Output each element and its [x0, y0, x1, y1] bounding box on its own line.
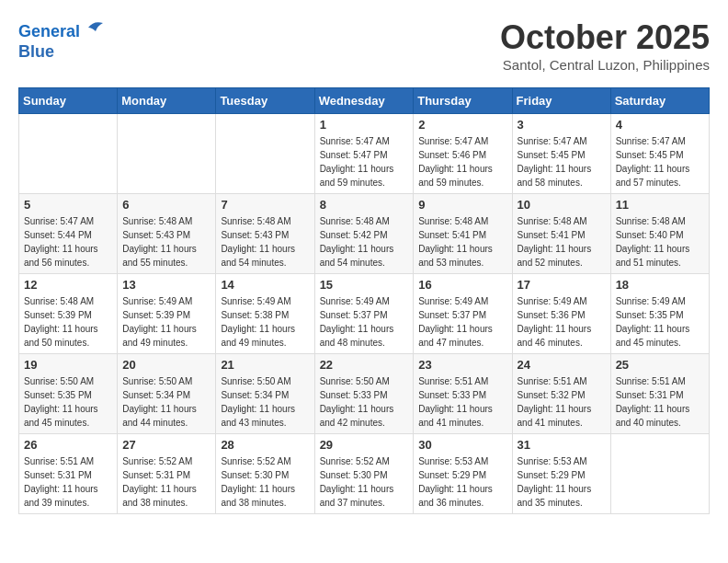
weekday-header-monday: Monday: [118, 88, 216, 114]
calendar-cell: 24Sunrise: 5:51 AMSunset: 5:32 PMDayligh…: [512, 354, 610, 434]
calendar-cell: 13Sunrise: 5:49 AMSunset: 5:39 PMDayligh…: [118, 274, 216, 354]
calendar-cell: 10Sunrise: 5:48 AMSunset: 5:41 PMDayligh…: [512, 194, 610, 274]
day-number: 15: [320, 278, 409, 292]
logo-blue: Blue: [18, 42, 54, 61]
calendar-cell: 4Sunrise: 5:47 AMSunset: 5:45 PMDaylight…: [610, 114, 709, 194]
day-info: Sunrise: 5:53 AMSunset: 5:29 PMDaylight:…: [418, 454, 506, 510]
day-info: Sunrise: 5:50 AMSunset: 5:34 PMDaylight:…: [221, 374, 309, 430]
weekday-header-sunday: Sunday: [19, 88, 118, 114]
logo-bird-icon: [86, 18, 105, 37]
day-info: Sunrise: 5:53 AMSunset: 5:29 PMDaylight:…: [518, 454, 606, 510]
calendar-body: 1Sunrise: 5:47 AMSunset: 5:47 PMDaylight…: [19, 114, 710, 514]
calendar-cell: [19, 114, 118, 194]
calendar-week-row: 26Sunrise: 5:51 AMSunset: 5:31 PMDayligh…: [19, 434, 710, 514]
day-number: 8: [320, 198, 409, 212]
calendar-week-row: 12Sunrise: 5:48 AMSunset: 5:39 PMDayligh…: [19, 274, 710, 354]
calendar-week-row: 19Sunrise: 5:50 AMSunset: 5:35 PMDayligh…: [19, 354, 710, 434]
weekday-header-row: SundayMondayTuesdayWednesdayThursdayFrid…: [19, 88, 710, 114]
calendar-week-row: 1Sunrise: 5:47 AMSunset: 5:47 PMDaylight…: [19, 114, 710, 194]
calendar-cell: 12Sunrise: 5:48 AMSunset: 5:39 PMDayligh…: [19, 274, 118, 354]
calendar-table: SundayMondayTuesdayWednesdayThursdayFrid…: [18, 87, 710, 514]
day-info: Sunrise: 5:48 AMSunset: 5:40 PMDaylight:…: [616, 214, 704, 270]
day-info: Sunrise: 5:48 AMSunset: 5:41 PMDaylight:…: [418, 214, 506, 270]
day-number: 20: [122, 358, 210, 372]
calendar-cell: [216, 114, 314, 194]
weekday-header-saturday: Saturday: [610, 88, 709, 114]
calendar-cell: 28Sunrise: 5:52 AMSunset: 5:30 PMDayligh…: [216, 434, 314, 514]
day-info: Sunrise: 5:48 AMSunset: 5:42 PMDaylight:…: [320, 214, 409, 270]
day-number: 5: [24, 198, 112, 212]
day-info: Sunrise: 5:52 AMSunset: 5:30 PMDaylight:…: [320, 454, 409, 510]
month-title: October 2025: [500, 18, 710, 57]
day-info: Sunrise: 5:47 AMSunset: 5:45 PMDaylight:…: [616, 134, 704, 190]
calendar-cell: 2Sunrise: 5:47 AMSunset: 5:46 PMDaylight…: [414, 114, 512, 194]
day-number: 16: [418, 278, 506, 292]
location-subtitle: Santol, Central Luzon, Philippines: [500, 57, 710, 73]
day-number: 10: [518, 198, 606, 212]
day-info: Sunrise: 5:51 AMSunset: 5:31 PMDaylight:…: [24, 454, 112, 510]
logo-text: General Blue: [18, 18, 105, 62]
calendar-cell: 19Sunrise: 5:50 AMSunset: 5:35 PMDayligh…: [19, 354, 118, 434]
calendar-cell: 5Sunrise: 5:47 AMSunset: 5:44 PMDaylight…: [19, 194, 118, 274]
logo-general: General: [18, 22, 80, 40]
day-info: Sunrise: 5:49 AMSunset: 5:35 PMDaylight:…: [616, 294, 704, 350]
day-number: 18: [616, 278, 704, 292]
day-number: 1: [320, 118, 409, 132]
day-number: 13: [122, 278, 210, 292]
day-number: 11: [616, 198, 704, 212]
day-info: Sunrise: 5:51 AMSunset: 5:33 PMDaylight:…: [418, 374, 506, 430]
day-number: 23: [418, 358, 506, 372]
calendar-cell: 16Sunrise: 5:49 AMSunset: 5:37 PMDayligh…: [414, 274, 512, 354]
day-number: 12: [24, 278, 112, 292]
calendar-cell: 18Sunrise: 5:49 AMSunset: 5:35 PMDayligh…: [610, 274, 709, 354]
day-info: Sunrise: 5:50 AMSunset: 5:34 PMDaylight:…: [122, 374, 210, 430]
day-info: Sunrise: 5:48 AMSunset: 5:39 PMDaylight:…: [24, 294, 112, 350]
calendar-cell: 20Sunrise: 5:50 AMSunset: 5:34 PMDayligh…: [118, 354, 216, 434]
day-number: 19: [24, 358, 112, 372]
title-block: October 2025 Santol, Central Luzon, Phil…: [500, 18, 710, 73]
day-number: 7: [221, 198, 309, 212]
day-number: 9: [418, 198, 506, 212]
page-header: General Blue October 2025 Santol, Centra…: [18, 18, 710, 73]
day-info: Sunrise: 5:49 AMSunset: 5:37 PMDaylight:…: [418, 294, 506, 350]
day-number: 17: [518, 278, 606, 292]
calendar-cell: 9Sunrise: 5:48 AMSunset: 5:41 PMDaylight…: [414, 194, 512, 274]
logo: General Blue: [18, 18, 105, 62]
weekday-header-tuesday: Tuesday: [216, 88, 314, 114]
calendar-cell: 3Sunrise: 5:47 AMSunset: 5:45 PMDaylight…: [512, 114, 610, 194]
day-number: 30: [418, 438, 506, 452]
calendar-cell: 25Sunrise: 5:51 AMSunset: 5:31 PMDayligh…: [610, 354, 709, 434]
day-number: 6: [122, 198, 210, 212]
day-info: Sunrise: 5:50 AMSunset: 5:35 PMDaylight:…: [24, 374, 112, 430]
day-info: Sunrise: 5:52 AMSunset: 5:30 PMDaylight:…: [221, 454, 309, 510]
calendar-week-row: 5Sunrise: 5:47 AMSunset: 5:44 PMDaylight…: [19, 194, 710, 274]
calendar-cell: 27Sunrise: 5:52 AMSunset: 5:31 PMDayligh…: [118, 434, 216, 514]
calendar-cell: [118, 114, 216, 194]
calendar-cell: 14Sunrise: 5:49 AMSunset: 5:38 PMDayligh…: [216, 274, 314, 354]
calendar-cell: 29Sunrise: 5:52 AMSunset: 5:30 PMDayligh…: [314, 434, 414, 514]
day-number: 27: [122, 438, 210, 452]
day-info: Sunrise: 5:51 AMSunset: 5:31 PMDaylight:…: [616, 374, 704, 430]
day-number: 2: [418, 118, 506, 132]
day-info: Sunrise: 5:49 AMSunset: 5:38 PMDaylight:…: [221, 294, 309, 350]
calendar-cell: 26Sunrise: 5:51 AMSunset: 5:31 PMDayligh…: [19, 434, 118, 514]
day-number: 22: [320, 358, 409, 372]
calendar-cell: 7Sunrise: 5:48 AMSunset: 5:43 PMDaylight…: [216, 194, 314, 274]
calendar-cell: 11Sunrise: 5:48 AMSunset: 5:40 PMDayligh…: [610, 194, 709, 274]
day-number: 21: [221, 358, 309, 372]
day-info: Sunrise: 5:49 AMSunset: 5:37 PMDaylight:…: [320, 294, 409, 350]
day-info: Sunrise: 5:47 AMSunset: 5:45 PMDaylight:…: [518, 134, 606, 190]
day-number: 31: [518, 438, 606, 452]
day-info: Sunrise: 5:51 AMSunset: 5:32 PMDaylight:…: [518, 374, 606, 430]
day-info: Sunrise: 5:47 AMSunset: 5:46 PMDaylight:…: [418, 134, 506, 190]
calendar-cell: 31Sunrise: 5:53 AMSunset: 5:29 PMDayligh…: [512, 434, 610, 514]
day-info: Sunrise: 5:47 AMSunset: 5:47 PMDaylight:…: [320, 134, 409, 190]
weekday-header-thursday: Thursday: [414, 88, 512, 114]
day-info: Sunrise: 5:50 AMSunset: 5:33 PMDaylight:…: [320, 374, 409, 430]
calendar-cell: 1Sunrise: 5:47 AMSunset: 5:47 PMDaylight…: [314, 114, 414, 194]
calendar-cell: [610, 434, 709, 514]
calendar-cell: 23Sunrise: 5:51 AMSunset: 5:33 PMDayligh…: [414, 354, 512, 434]
day-number: 26: [24, 438, 112, 452]
day-number: 28: [221, 438, 309, 452]
day-info: Sunrise: 5:49 AMSunset: 5:39 PMDaylight:…: [122, 294, 210, 350]
